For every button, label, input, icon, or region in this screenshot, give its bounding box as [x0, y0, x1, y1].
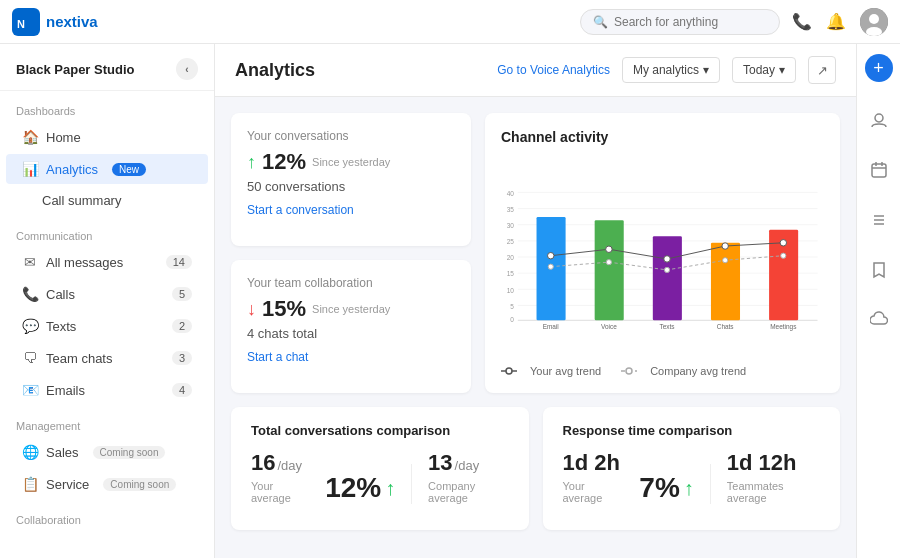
messages-icon: ✉ — [22, 254, 38, 270]
sidebar-item-service[interactable]: 📋 Service Coming soon — [6, 469, 208, 499]
divider2 — [710, 464, 711, 504]
section-label-collaboration: Collaboration — [0, 500, 214, 530]
svg-text:N: N — [17, 18, 25, 30]
sidebar-item-call-summary[interactable]: Call summary — [6, 186, 208, 215]
texts-icon: 💬 — [22, 318, 38, 334]
analytics-icon: 📊 — [22, 161, 38, 177]
svg-text:10: 10 — [507, 287, 515, 294]
conversations-pct: 12% — [262, 149, 306, 175]
sidebar-item-texts[interactable]: 💬 Texts 2 — [6, 311, 208, 341]
section-label-management: Management — [0, 406, 214, 436]
service-badge: Coming soon — [103, 478, 176, 491]
company-avg-unit: /day — [455, 458, 480, 473]
company-dot-1 — [548, 264, 553, 269]
search-icon: 🔍 — [593, 15, 608, 29]
trend-dot-1 — [548, 252, 554, 258]
svg-point-31 — [626, 368, 632, 374]
my-analytics-dropdown[interactable]: My analytics ▾ — [622, 57, 720, 83]
avatar[interactable] — [860, 8, 888, 36]
total-conversations-stats: 16/day Your average 12% ↑ 13/day — [251, 450, 509, 504]
start-chat-link[interactable]: Start a chat — [247, 350, 308, 364]
right-icon-calendar[interactable] — [863, 154, 895, 186]
texts-badge: 2 — [172, 319, 192, 333]
sidebar-item-analytics[interactable]: 📊 Analytics New — [6, 154, 208, 184]
right-icon-bookmark[interactable] — [863, 254, 895, 286]
chart-title: Channel activity — [501, 129, 824, 145]
calls-icon: 📞 — [22, 286, 38, 302]
svg-point-29 — [506, 368, 512, 374]
share-button[interactable]: ↗ — [808, 56, 836, 84]
bell-icon[interactable]: 🔔 — [826, 12, 846, 31]
svg-point-3 — [869, 14, 879, 24]
sidebar-item-team-chats[interactable]: 🗨 Team chats 3 — [6, 343, 208, 373]
team-collaboration-card: Your team collaboration ↓ 15% Since yest… — [231, 260, 471, 393]
team-since: Since yesterday — [312, 303, 390, 315]
response-your-val: 1d 2h — [563, 450, 620, 475]
conversations-stat: ↑ 12% Since yesterday — [247, 149, 455, 175]
page-title: Analytics — [235, 60, 485, 81]
total-conversations-title: Total conversations comparison — [251, 423, 509, 438]
sidebar-item-texts-label: Texts — [46, 319, 76, 334]
company-avg-label: Company average — [428, 480, 508, 504]
cards-row-2: Total conversations comparison 16/day Yo… — [231, 407, 840, 530]
start-conversation-link[interactable]: Start a conversation — [247, 203, 354, 217]
response-time-stats: 1d 2h Your average 7% ↑ 1d 12h — [563, 450, 821, 504]
right-icon-user[interactable] — [863, 104, 895, 136]
company-avg-stat: 13/day Company average — [428, 450, 508, 504]
cards-row-1: Your conversations ↑ 12% Since yesterday… — [231, 113, 840, 393]
team-pct: 15% — [262, 296, 306, 322]
team-chats-badge: 3 — [172, 351, 192, 365]
sidebar-item-emails[interactable]: 📧 Emails 4 — [6, 375, 208, 405]
total-conversations-card: Total conversations comparison 16/day Yo… — [231, 407, 529, 530]
app-logo[interactable]: N nextiva — [12, 8, 98, 36]
right-icon-cloud[interactable] — [863, 304, 895, 336]
right-icon-list[interactable] — [863, 204, 895, 236]
top-navigation: N nextiva 🔍 📞 🔔 — [0, 0, 900, 44]
sidebar-item-calls[interactable]: 📞 Calls 5 — [6, 279, 208, 309]
response-time-title: Response time comparison — [563, 423, 821, 438]
team-card-label: Your team collaboration — [247, 276, 455, 290]
svg-point-32 — [875, 114, 883, 122]
sidebar-item-home[interactable]: 🏠 Home — [6, 122, 208, 152]
conversations-card: Your conversations ↑ 12% Since yesterday… — [231, 113, 471, 246]
bar-texts — [653, 236, 682, 320]
svg-text:30: 30 — [507, 222, 515, 229]
conversations-trend-icon: ↑ — [247, 152, 256, 173]
svg-text:Texts: Texts — [659, 323, 674, 330]
sidebar-item-call-summary-label: Call summary — [42, 193, 121, 208]
emails-badge: 4 — [172, 383, 192, 397]
sidebar-item-all-messages-label: All messages — [46, 255, 123, 270]
sales-badge: Coming soon — [93, 446, 166, 459]
svg-text:5: 5 — [510, 303, 514, 310]
content-header: Analytics Go to Voice Analytics My analy… — [215, 44, 856, 97]
company-trend-legend: Company avg trend — [621, 365, 746, 377]
company-dot-5 — [781, 253, 786, 258]
bar-chats — [711, 243, 740, 321]
sidebar-item-calls-label: Calls — [46, 287, 75, 302]
total-pct-block: 12% ↑ — [325, 472, 395, 504]
response-time-card: Response time comparison 1d 2h Your aver… — [543, 407, 841, 530]
main-layout: Black Paper Studio ‹ Dashboards 🏠 Home 📊… — [0, 44, 900, 558]
phone-icon[interactable]: 📞 — [792, 12, 812, 31]
today-dropdown[interactable]: Today ▾ — [732, 57, 796, 83]
company-dot-3 — [664, 267, 669, 272]
svg-text:Email: Email — [543, 323, 559, 330]
response-pct: 7% — [639, 472, 679, 504]
search-input[interactable] — [614, 15, 754, 29]
sidebar-item-analytics-label: Analytics — [46, 162, 98, 177]
response-your-label: Your average — [563, 480, 624, 504]
content-area: Analytics Go to Voice Analytics My analy… — [215, 44, 856, 558]
sidebar-collapse-btn[interactable]: ‹ — [176, 58, 198, 80]
team-count: 4 chats total — [247, 326, 455, 341]
your-trend-legend: Your avg trend — [501, 365, 601, 377]
conversations-count: 50 conversations — [247, 179, 455, 194]
svg-text:25: 25 — [507, 238, 515, 245]
svg-text:15: 15 — [507, 270, 515, 277]
sidebar-item-all-messages[interactable]: ✉ All messages 14 — [6, 247, 208, 277]
voice-analytics-button[interactable]: Go to Voice Analytics — [497, 63, 610, 77]
nav-icons: 📞 🔔 — [792, 8, 888, 36]
sidebar-item-sales[interactable]: 🌐 Sales Coming soon — [6, 437, 208, 467]
channel-activity-card: Channel activity 40 35 30 25 20 15 10 5 — [485, 113, 840, 393]
add-button[interactable]: + — [865, 54, 893, 82]
search-bar[interactable]: 🔍 — [580, 9, 780, 35]
